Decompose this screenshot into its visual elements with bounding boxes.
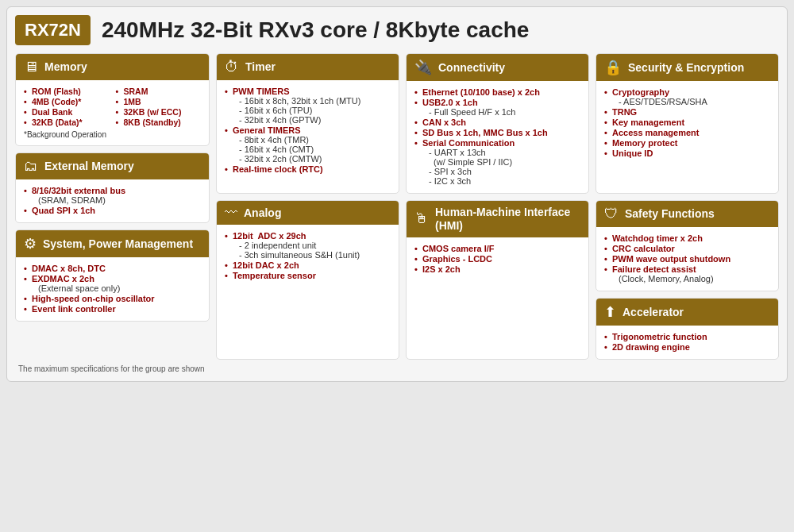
memory-col-rom: ROM (Flash) 4MB (Code)* Dual Bank 32KB (… [24, 87, 110, 128]
security-title: Security & Encryption [628, 61, 744, 75]
analog-temp: Temperature sensor [225, 271, 391, 280]
system-item-4: Event link controller [24, 304, 201, 314]
hmi-lcdc: Graphics - LCDC [414, 254, 580, 264]
memory-card: 🖥 Memory ROM (Flash) 4MB (Code)* Dual Ba… [15, 53, 210, 146]
safety-pwm: PWM wave output shutdown [604, 254, 770, 264]
safety-wdt: Watchdog timer x 2ch [604, 233, 770, 243]
analog-body: 12bit ADC x 29ch - 2 independent unit - … [217, 225, 399, 287]
external-memory-header: 🗂 External Memory [16, 153, 209, 179]
memory-rom-4mb: 4MB (Code)* [24, 97, 110, 106]
conn-can: CAN x 3ch [414, 118, 580, 127]
safety-failure: Failure detect assist(Clock, Memory, Ana… [604, 264, 770, 283]
accelerator-body: Trigonometric function 2D drawing engine [596, 326, 778, 359]
hmi-title: Human-Machine Interface (HMI) [435, 206, 580, 233]
timer-icon: ⏱ [225, 59, 239, 75]
accelerator-title: Accelerator [622, 306, 684, 319]
external-memory-title: External Memory [44, 160, 134, 173]
memory-rom-dualbank: Dual Bank [24, 107, 110, 117]
system-card: ⚙ System, Power Management DMAC x 8ch, D… [15, 229, 210, 322]
connectivity-header: 🔌 Connectivity [407, 54, 588, 81]
security-icon: 🔒 [604, 59, 622, 76]
hmi-icon: 🖱 [414, 210, 429, 227]
system-item-2: EXDMAC x 2ch(External space only) [24, 274, 201, 293]
analog-header: 〰 Analog [217, 201, 399, 225]
safety-card: 🛡 Safety Functions Watchdog timer x 2ch … [596, 200, 779, 291]
sec-memprotect: Memory protect [604, 138, 770, 148]
hmi-body: CMOS camera I/F Graphics - LCDC I2S x 2c… [407, 237, 588, 281]
accelerator-icon: ⬆ [604, 303, 616, 321]
system-title: System, Power Management [43, 237, 193, 251]
main-grid: 🖥 Memory ROM (Flash) 4MB (Code)* Dual Ba… [15, 53, 779, 360]
external-memory-card: 🗂 External Memory 8/16/32bit external bu… [15, 152, 210, 223]
connectivity-title: Connectivity [438, 61, 505, 75]
conn-usb: USB2.0 x 1ch- Full Speed H/F x 1ch [414, 98, 580, 117]
memory-sram-32kb: 32KB (w/ ECC) [116, 107, 202, 117]
analog-icon: 〰 [225, 206, 237, 220]
accel-trig: Trigonometric function [604, 332, 770, 341]
analog-title: Analog [244, 206, 281, 220]
hmi-card: 🖱 Human-Machine Interface (HMI) CMOS cam… [406, 200, 589, 360]
memory-sram-1mb: 1MB [116, 97, 202, 106]
timer-title: Timer [245, 60, 276, 74]
accelerator-header: ⬆ Accelerator [596, 299, 778, 326]
system-header: ⚙ System, Power Management [16, 230, 209, 257]
safety-title: Safety Functions [625, 207, 715, 221]
system-body: DMAC x 8ch, DTC EXDMAC x 2ch(External sp… [16, 257, 209, 321]
left-column: 🖥 Memory ROM (Flash) 4MB (Code)* Dual Ba… [15, 53, 210, 360]
accelerator-card: ⬆ Accelerator Trigonometric function 2D … [596, 298, 779, 360]
timer-general-label: General TIMERS - 8bit x 4ch (TMR) - 16bi… [225, 125, 391, 164]
connectivity-card: 🔌 Connectivity Ethernet (10/100 base) x … [406, 53, 589, 194]
memory-body: ROM (Flash) 4MB (Code)* Dual Bank 32KB (… [16, 80, 209, 145]
memory-rom-32kb: 32KB (Data)* [24, 118, 110, 127]
analog-dac: 12bit DAC x 2ch [225, 260, 391, 270]
ext-mem-item-2: Quad SPI x 1ch [24, 206, 201, 215]
memory-header: 🖥 Memory [16, 54, 209, 80]
sec-trng: TRNG [604, 107, 770, 117]
ext-mem-item-1: 8/16/32bit external bus(SRAM, SDRAM) [24, 186, 201, 205]
sec-access: Access management [604, 128, 770, 137]
footer-note: The maximum specifications for the group… [15, 364, 779, 373]
memory-title: Memory [44, 60, 87, 74]
safety-header: 🛡 Safety Functions [596, 201, 778, 227]
timer-card: ⏱ Timer PWM TIMERS - 16bit x 8ch, 32bit … [216, 53, 399, 194]
timer-rtc: Real-time clock (RTC) [225, 164, 391, 174]
memory-col-sram: SRAM 1MB 32KB (w/ ECC) 8KB (Standby) [116, 87, 202, 128]
security-card: 🔒 Security & Encryption Cryptography- AE… [596, 53, 779, 194]
hmi-i2s: I2S x 2ch [414, 264, 580, 274]
analog-card: 〰 Analog 12bit ADC x 29ch - 2 independen… [216, 200, 399, 360]
timer-pwm-label: PWM TIMERS - 16bit x 8ch, 32bit x 1ch (M… [225, 87, 391, 125]
conn-sd: SD Bus x 1ch, MMC Bus x 1ch [414, 128, 580, 137]
hmi-header: 🖱 Human-Machine Interface (HMI) [407, 201, 588, 237]
timer-body: PWM TIMERS - 16bit x 8ch, 32bit x 1ch (M… [217, 80, 399, 181]
connectivity-icon: 🔌 [414, 59, 432, 76]
external-memory-icon: 🗂 [24, 158, 38, 175]
memory-note: *Background Operation [24, 130, 201, 139]
header: RX72N 240MHz 32-Bit RXv3 core / 8Kbyte c… [15, 15, 779, 45]
external-memory-body: 8/16/32bit external bus(SRAM, SDRAM) Qua… [16, 179, 209, 222]
sec-key: Key management [604, 118, 770, 127]
memory-icon: 🖥 [24, 59, 38, 75]
analog-adc: 12bit ADC x 29ch - 2 independent unit - … [225, 231, 391, 260]
system-item-1: DMAC x 8ch, DTC [24, 264, 201, 273]
conn-serial: Serial Communication - UART x 13ch (w/ S… [414, 138, 580, 186]
security-header: 🔒 Security & Encryption [596, 54, 778, 81]
sec-uid: Unique ID [604, 148, 770, 158]
timer-header: ⏱ Timer [217, 54, 399, 80]
memory-sram-label: SRAM [116, 87, 202, 96]
accel-2d: 2D drawing engine [604, 342, 770, 352]
chip-badge: RX72N [15, 15, 91, 45]
system-item-3: High-speed on-chip oscillator [24, 294, 201, 303]
safety-body: Watchdog timer x 2ch CRC calculator PWM … [596, 227, 778, 291]
sec-crypto: Cryptography- AES/TDES/RSA/SHA [604, 87, 770, 106]
memory-rom-label: ROM (Flash) [24, 87, 110, 96]
safety-crc: CRC calculator [604, 244, 770, 253]
memory-sram-8kb: 8KB (Standby) [116, 118, 202, 127]
connectivity-body: Ethernet (10/100 base) x 2ch USB2.0 x 1c… [407, 81, 588, 193]
security-body: Cryptography- AES/TDES/RSA/SHA TRNG Key … [596, 81, 778, 165]
outer-container: RX72N 240MHz 32-Bit RXv3 core / 8Kbyte c… [6, 6, 788, 382]
safety-icon: 🛡 [604, 206, 619, 222]
right-column: 🛡 Safety Functions Watchdog timer x 2ch … [596, 200, 779, 360]
header-title: 240MHz 32-Bit RXv3 core / 8Kbyte cache [102, 17, 529, 43]
system-icon: ⚙ [24, 235, 37, 253]
hmi-camera: CMOS camera I/F [414, 244, 580, 253]
